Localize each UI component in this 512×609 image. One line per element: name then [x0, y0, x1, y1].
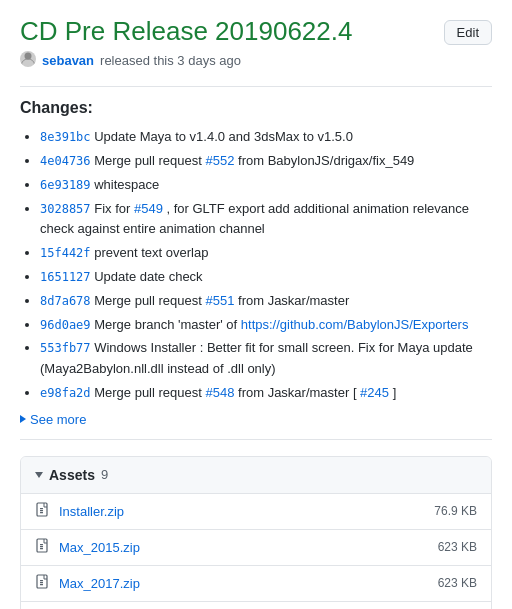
svg-rect-11 [40, 582, 43, 583]
avatar [20, 51, 36, 70]
commit-text: Merge pull request [94, 293, 205, 308]
release-title: CD Pre Release 20190622.4 [20, 16, 352, 47]
pr-link[interactable]: #549 [134, 201, 163, 216]
commit-text: Windows Installer : Better fit for small… [40, 340, 473, 376]
svg-rect-9 [37, 575, 47, 588]
zip-icon [35, 502, 51, 521]
list-item: 1651127 Update date check [40, 267, 492, 288]
asset-row[interactable]: Max_2017.zip 623 KB [21, 566, 491, 602]
pr-link[interactable]: #548 [205, 385, 234, 400]
assets-section: Assets 9 Installer.zip 76.9 KB [20, 456, 492, 609]
commit-hash[interactable]: 3028857 [40, 202, 91, 216]
svg-rect-2 [40, 508, 43, 509]
list-item: 6e93189 whitespace [40, 175, 492, 196]
list-item: e98fa2d Merge pull request #548 from Jas… [40, 383, 492, 404]
header-section: CD Pre Release 20190622.4 Edit [20, 16, 492, 47]
asset-name-max2017[interactable]: Max_2017.zip [59, 576, 140, 591]
svg-rect-5 [37, 539, 47, 552]
svg-rect-1 [37, 503, 47, 516]
commit-text: from Jaskar/master [238, 293, 349, 308]
page-container: CD Pre Release 20190622.4 Edit sebavan r… [0, 0, 512, 609]
commit-text: from BabylonJS/drigax/fix_549 [238, 153, 414, 168]
commit-hash[interactable]: 1651127 [40, 270, 91, 284]
repo-link[interactable]: https://github.com/BabylonJS/Exporters [241, 317, 469, 332]
changes-section: Changes: 8e391bc Update Maya to v1.4.0 a… [20, 99, 492, 427]
asset-row[interactable]: Max_2018.zip 623 KB [21, 602, 491, 609]
asset-row[interactable]: Installer.zip 76.9 KB [21, 494, 491, 530]
changes-list: 8e391bc Update Maya to v1.4.0 and 3dsMax… [20, 127, 492, 404]
commit-hash[interactable]: 8e391bc [40, 130, 91, 144]
svg-rect-6 [40, 544, 43, 545]
zip-icon [35, 574, 51, 593]
triangle-down-icon [35, 472, 43, 478]
pr-link-2[interactable]: #245 [360, 385, 389, 400]
svg-rect-7 [40, 546, 43, 547]
assets-heading: Assets [49, 467, 95, 483]
commit-hash[interactable]: 4e04736 [40, 154, 91, 168]
asset-left: Max_2017.zip [35, 574, 140, 593]
commit-hash[interactable]: 553fb77 [40, 341, 91, 355]
commit-hash[interactable]: 15f442f [40, 246, 91, 260]
commit-text: Merge pull request [94, 153, 205, 168]
commit-hash[interactable]: e98fa2d [40, 386, 91, 400]
commit-text: from Jaskar/master [ [238, 385, 360, 400]
assets-count: 9 [101, 467, 108, 482]
zip-icon [35, 538, 51, 557]
assets-header[interactable]: Assets 9 [21, 457, 491, 494]
commit-text: Update Maya to v1.4.0 and 3dsMax to v1.5… [94, 129, 353, 144]
commit-hash[interactable]: 6e93189 [40, 178, 91, 192]
svg-rect-8 [40, 548, 43, 549]
asset-left: Max_2015.zip [35, 538, 140, 557]
list-item: 15f442f prevent text overlap [40, 243, 492, 264]
see-more-label: See more [30, 412, 86, 427]
pr-link[interactable]: #552 [205, 153, 234, 168]
commit-text: Merge branch 'master' of [94, 317, 241, 332]
pr-link[interactable]: #551 [205, 293, 234, 308]
commit-hash[interactable]: 8d7a678 [40, 294, 91, 308]
list-item: 3028857 Fix for #549 , for GLTF export a… [40, 199, 492, 241]
list-item: 8e391bc Update Maya to v1.4.0 and 3dsMax… [40, 127, 492, 148]
asset-size: 623 KB [438, 576, 477, 590]
changes-heading: Changes: [20, 99, 492, 117]
commit-text: Merge pull request [94, 385, 205, 400]
edit-button[interactable]: Edit [444, 20, 492, 45]
commit-text: prevent text overlap [94, 245, 208, 260]
see-more-link[interactable]: See more [20, 412, 492, 427]
commit-text: Update date check [94, 269, 202, 284]
commit-text: whitespace [94, 177, 159, 192]
asset-size: 76.9 KB [434, 504, 477, 518]
svg-rect-12 [40, 584, 43, 585]
asset-row[interactable]: Max_2015.zip 623 KB [21, 530, 491, 566]
triangle-right-icon [20, 415, 26, 423]
svg-rect-4 [40, 512, 43, 513]
asset-size: 623 KB [438, 540, 477, 554]
author-link[interactable]: sebavan [42, 53, 94, 68]
header-divider [20, 86, 492, 87]
svg-rect-10 [40, 580, 43, 581]
asset-name-max2015[interactable]: Max_2015.zip [59, 540, 140, 555]
commit-text: ] [393, 385, 397, 400]
list-item: 553fb77 Windows Installer : Better fit f… [40, 338, 492, 380]
svg-rect-3 [40, 510, 43, 511]
svg-point-0 [25, 53, 32, 60]
list-item: 96d0ae9 Merge branch 'master' of https:/… [40, 315, 492, 336]
release-time: released this 3 days ago [100, 53, 241, 68]
list-item: 8d7a678 Merge pull request #551 from Jas… [40, 291, 492, 312]
asset-name-installer[interactable]: Installer.zip [59, 504, 124, 519]
asset-left: Installer.zip [35, 502, 124, 521]
release-meta: sebavan released this 3 days ago [20, 51, 492, 70]
assets-divider [20, 439, 492, 440]
list-item: 4e04736 Merge pull request #552 from Bab… [40, 151, 492, 172]
commit-hash[interactable]: 96d0ae9 [40, 318, 91, 332]
commit-text: Fix for [94, 201, 134, 216]
